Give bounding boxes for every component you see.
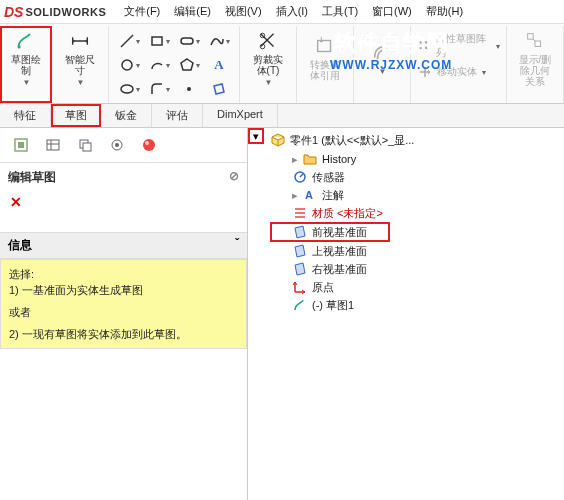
tree-item-origin[interactable]: 原点 <box>270 278 564 296</box>
chevron-down-icon: ▼ <box>23 78 31 87</box>
tab-feature[interactable]: 特征 <box>0 104 51 127</box>
folder-icon <box>302 151 318 167</box>
sketch-button[interactable]: 草图绘 制 ▼ <box>4 28 48 88</box>
menu-edit[interactable]: 编辑(E) <box>168 2 217 21</box>
menu-insert[interactable]: 插入(I) <box>270 2 314 21</box>
tree-item-front-plane[interactable]: 前视基准面 <box>270 222 390 242</box>
polygon-tool[interactable]: ▾ <box>175 54 203 76</box>
rect-tool[interactable]: ▾ <box>145 30 173 52</box>
trim-button[interactable]: 剪裁实 体(T) ▼ <box>246 28 290 88</box>
part-icon <box>270 132 286 148</box>
display-rel-button[interactable]: 显示/删 除几何 关系 <box>513 28 557 88</box>
convert-icon <box>314 35 336 57</box>
slot-tool[interactable]: ▾ <box>175 30 203 52</box>
tree-label: 传感器 <box>312 170 345 185</box>
fillet-tool[interactable]: ▾ <box>145 78 173 100</box>
pin-icon[interactable]: ⊘ <box>229 169 239 186</box>
feature-tree: 零件1 (默认<<默认>_显... ▸ History 传感器 ▸ A 注解 材… <box>248 128 564 314</box>
tree-root[interactable]: 零件1 (默认<<默认>_显... <box>270 130 564 150</box>
plane-icon <box>292 224 308 240</box>
tree-item-right-plane[interactable]: 右视基准面 <box>270 260 564 278</box>
chevron-down-icon: ▼ <box>379 67 387 76</box>
app-logo: DS SOLIDWORKS <box>4 4 106 20</box>
svg-text:A: A <box>305 189 313 201</box>
svg-rect-20 <box>83 143 91 151</box>
convert-button[interactable]: 转换实 体引用 <box>303 28 347 88</box>
svg-point-11 <box>425 41 428 44</box>
tab-sheetmetal[interactable]: 钣金 <box>101 104 152 127</box>
trim-icon <box>257 30 279 52</box>
move-icon <box>417 64 433 80</box>
flyout-tree-toggle[interactable]: ▾ <box>248 128 264 144</box>
feature-tree-tab[interactable] <box>8 134 34 156</box>
spline-tool[interactable]: ▾ <box>205 30 233 52</box>
circle-tool[interactable]: ▾ <box>115 54 143 76</box>
main-area: 编辑草图 ⊘ ✕ 信息 ˇ 选择: 1) 一基准面为实体生成草图 或者 2) 一… <box>0 128 564 500</box>
tree-label: 前视基准面 <box>312 225 367 240</box>
menu-bar: 文件(F) 编辑(E) 视图(V) 插入(I) 工具(T) 窗口(W) 帮助(H… <box>118 2 469 21</box>
ribbon-convert: 转换实 体引用 <box>297 26 354 103</box>
trim-label: 剪裁实 体(T) <box>253 54 283 76</box>
menu-window[interactable]: 窗口(W) <box>366 2 418 21</box>
tab-evaluate[interactable]: 评估 <box>152 104 203 127</box>
tree-item-material[interactable]: 材质 <未指定> <box>270 204 564 222</box>
logo-ds-icon: DS <box>4 4 23 20</box>
smartdim-label: 智能尺 寸 <box>65 54 95 76</box>
tree-label: 原点 <box>312 280 334 295</box>
line-tool[interactable]: ▾ <box>115 30 143 52</box>
smartdim-button[interactable]: 智能尺 寸 ▼ <box>58 28 102 88</box>
info-box: 选择: 1) 一基准面为实体生成草图 或者 2) 一现有草图将实体添加到此草图。 <box>0 259 247 349</box>
menu-help[interactable]: 帮助(H) <box>420 2 469 21</box>
text-tool[interactable]: A <box>205 54 233 76</box>
tree-item-annotation[interactable]: ▸ A 注解 <box>270 186 564 204</box>
point-tool[interactable] <box>175 78 203 100</box>
svg-marker-4 <box>181 59 193 70</box>
svg-point-6 <box>187 87 191 91</box>
left-panel: 编辑草图 ⊘ ✕ 信息 ˇ 选择: 1) 一基准面为实体生成草图 或者 2) 一… <box>0 128 248 500</box>
dimxpert-tab[interactable] <box>104 134 130 156</box>
chevron-down-icon: ▼ <box>77 78 85 87</box>
menu-view[interactable]: 视图(V) <box>219 2 268 21</box>
plane-icon <box>292 261 308 277</box>
tree-label: 注解 <box>322 188 344 203</box>
tree-item-sketch1[interactable]: (-) 草图1 <box>270 296 564 314</box>
titlebar: DS SOLIDWORKS 文件(F) 编辑(E) 视图(V) 插入(I) 工具… <box>0 0 564 24</box>
config-tab[interactable] <box>72 134 98 156</box>
svg-rect-0 <box>18 45 21 48</box>
ribbon-pattern-move: 线性草图阵列 ▾ 移动实体 ▾ <box>411 26 507 103</box>
tab-dimxpert[interactable]: DimXpert <box>203 104 278 127</box>
plane-icon <box>292 243 308 259</box>
tree-item-sensor[interactable]: 传感器 <box>270 168 564 186</box>
svg-point-5 <box>121 85 133 93</box>
ribbon-smartdim-group: 智能尺 寸 ▼ <box>52 26 109 103</box>
close-button[interactable]: ✕ <box>0 192 247 212</box>
svg-point-3 <box>122 60 132 70</box>
offset-button[interactable]: ▼ <box>360 28 404 88</box>
sensor-icon <box>292 169 308 185</box>
svg-point-23 <box>143 139 155 151</box>
relation-icon <box>524 30 546 52</box>
tree-label: 上视基准面 <box>312 244 367 259</box>
svg-rect-2 <box>181 38 193 44</box>
appearance-tab[interactable] <box>136 134 162 156</box>
property-tab[interactable] <box>40 134 66 156</box>
graphics-area[interactable]: ▾ 零件1 (默认<<默认>_显... ▸ History 传感器 ▸ A 注解 <box>248 128 564 500</box>
menu-tools[interactable]: 工具(T) <box>316 2 364 21</box>
command-tabs: 特征 草图 钣金 评估 DimXpert <box>0 104 564 128</box>
tree-item-top-plane[interactable]: 上视基准面 <box>270 242 564 260</box>
ellipse-tool[interactable]: ▾ <box>115 78 143 100</box>
svg-rect-9 <box>318 41 331 52</box>
tab-sketch[interactable]: 草图 <box>51 104 101 127</box>
ribbon: 草图绘 制 ▼ 智能尺 寸 ▼ ▾ ▾ ▾ ▾ ▾ ▾ ▾ A ▾ ▾ 剪裁实 <box>0 24 564 104</box>
arc-tool[interactable]: ▾ <box>145 54 173 76</box>
section-title: 编辑草图 <box>8 169 56 186</box>
plane-tool[interactable] <box>205 78 233 100</box>
info-line: 1) 一基准面为实体生成草图 <box>9 282 238 298</box>
menu-file[interactable]: 文件(F) <box>118 2 166 21</box>
ribbon-display-rel: 显示/删 除几何 关系 <box>507 26 564 103</box>
sketch-icon <box>15 30 37 52</box>
tree-item-history[interactable]: ▸ History <box>270 150 564 168</box>
move-entity-button[interactable]: 移动实体 ▾ <box>417 64 486 80</box>
linear-pattern-button[interactable]: 线性草图阵列 ▾ <box>417 32 500 60</box>
info-line: 或者 <box>9 304 238 320</box>
